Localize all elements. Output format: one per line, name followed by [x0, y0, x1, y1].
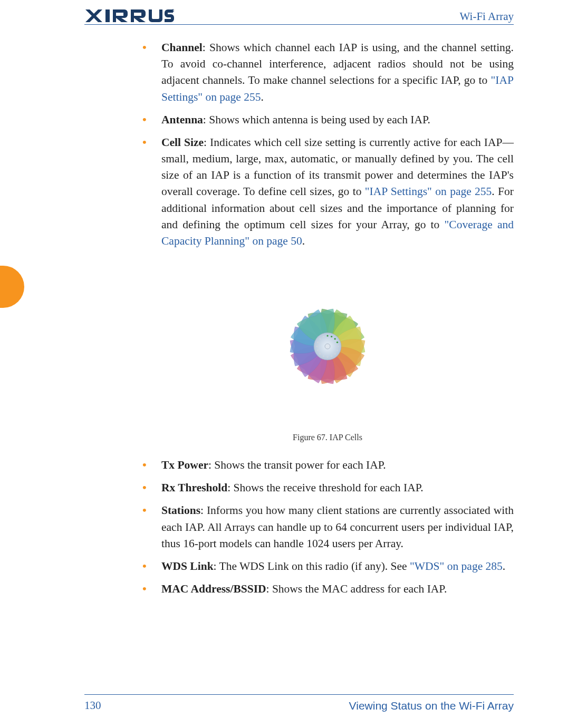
svg-point-18: [319, 338, 321, 339]
svg-rect-0: [105, 9, 110, 22]
page-number: 130: [84, 699, 101, 712]
page-header: R Wi-Fi Array: [84, 0, 514, 25]
bullet-rx-threshold: Rx Threshold: Shows the receive threshol…: [141, 480, 514, 496]
svg-point-4: [326, 335, 328, 336]
svg-point-19: [323, 336, 324, 337]
svg-point-11: [331, 355, 332, 357]
svg-point-20: [325, 344, 330, 349]
link-iap-settings[interactable]: "IAP Settings" on page 255: [365, 185, 492, 198]
page-footer: 130 Viewing Status on the Wi-Fi Array: [84, 694, 514, 712]
bullet-term: Antenna: [161, 113, 203, 126]
svg-point-8: [337, 345, 339, 347]
svg-point-17: [317, 342, 319, 343]
link-wds[interactable]: "WDS" on page 285: [410, 560, 503, 572]
svg-point-14: [319, 353, 321, 355]
svg-point-6: [334, 338, 336, 339]
svg-point-16: [316, 345, 318, 347]
header-product-name: Wi-Fi Array: [460, 10, 514, 23]
svg-point-9: [336, 350, 338, 351]
bullet-term: Cell Size: [161, 136, 204, 149]
bullet-tx-power: Tx Power: Shows the transit power for ea…: [141, 457, 514, 473]
svg-point-12: [326, 356, 328, 357]
bullet-text: : Shows the MAC address for each IAP.: [266, 583, 447, 595]
svg-point-10: [334, 353, 336, 355]
bullet-term: MAC Address/BSSID: [161, 583, 266, 595]
bullet-text-tail: .: [503, 560, 505, 572]
section-title: Viewing Status on the Wi-Fi Array: [349, 700, 514, 712]
svg-point-15: [317, 350, 319, 351]
bullet-antenna: Antenna: Shows which antenna is being us…: [141, 112, 514, 128]
bullet-text-tail: .: [261, 91, 264, 103]
bullet-term: Rx Threshold: [161, 481, 227, 494]
bullet-text: : Informs you how many client stations a…: [161, 504, 514, 549]
bullet-mac-bssid: MAC Address/BSSID: Shows the MAC address…: [141, 581, 514, 597]
bullet-cell-size: Cell Size: Indicates which cell size set…: [141, 134, 514, 249]
svg-point-13: [323, 355, 324, 357]
bullet-text: : Shows which channel each IAP is using,…: [161, 41, 514, 86]
bullet-term: Tx Power: [161, 459, 208, 471]
bullet-term: Stations: [161, 504, 200, 517]
page-body: R Wi-Fi Array Channel: Shows which chann…: [84, 0, 514, 604]
figure-iap-cells: (function(){ const svg = document.curren…: [141, 267, 514, 442]
bullet-wds-link: WDS Link: The WDS Link on this radio (if…: [141, 558, 514, 575]
bullet-text: : Shows the receive threshold for each I…: [227, 481, 423, 494]
bullet-text-tail: .: [302, 235, 305, 247]
page-tab-marker: [0, 266, 24, 308]
svg-text:R: R: [172, 10, 174, 12]
bullet-text: : Shows the transit power for each IAP.: [208, 459, 386, 471]
bullet-channel: Channel: Shows which channel each IAP is…: [141, 40, 514, 105]
figure-caption: Figure 67. IAP Cells: [141, 433, 514, 442]
bullet-term: WDS Link: [161, 560, 214, 572]
bullet-term: Channel: [161, 41, 203, 54]
bullet-stations: Stations: Informs you how many client st…: [141, 502, 514, 552]
bullet-text: : The WDS Link on this radio (if any). S…: [214, 560, 410, 572]
svg-point-5: [331, 336, 332, 337]
xirrus-logo: R: [84, 8, 174, 23]
svg-point-7: [336, 342, 338, 343]
content-area: Channel: Shows which channel each IAP is…: [84, 40, 514, 597]
bullet-text: : Shows which antenna is being used by e…: [203, 113, 430, 126]
